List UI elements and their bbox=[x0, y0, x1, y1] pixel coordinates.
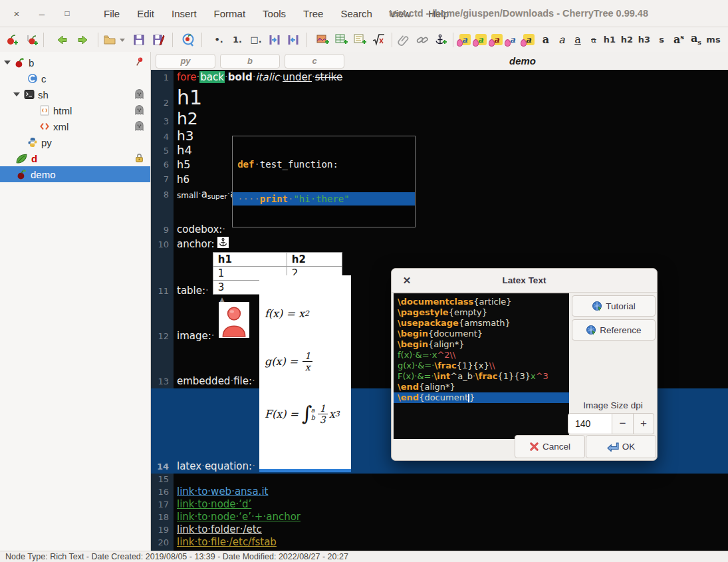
menu-tools[interactable]: Tools bbox=[263, 8, 286, 19]
superscript-icon[interactable]: as bbox=[671, 32, 687, 48]
find-node-icon[interactable] bbox=[180, 32, 196, 48]
monospace-icon[interactable]: ms bbox=[705, 32, 721, 48]
codebox-line-selected: ····print·"hi·there" bbox=[233, 192, 415, 206]
dialog-title-bar[interactable]: Latex Text ✕ bbox=[392, 269, 657, 293]
node-history-bar: py b c demo bbox=[151, 52, 728, 70]
tree-item-d[interactable]: d bbox=[0, 150, 150, 166]
expander-icon[interactable] bbox=[4, 61, 11, 65]
line-number: 18 bbox=[151, 512, 174, 524]
apply-link-icon[interactable]: a bbox=[505, 32, 521, 48]
menu-insert[interactable]: Insert bbox=[172, 8, 197, 19]
line-number: 14 bbox=[151, 462, 174, 474]
insert-table-icon[interactable] bbox=[333, 32, 349, 48]
italic-icon[interactable]: a bbox=[554, 32, 570, 48]
latex-equation-image[interactable]: f(x) = x2 g(x) = 1x F(x) = ∫ab13x3 bbox=[259, 275, 351, 472]
dpi-value-field[interactable]: 140 bbox=[568, 413, 612, 434]
ghost-icon bbox=[134, 104, 145, 116]
web-link[interactable]: link·to·web·ansa.it bbox=[177, 486, 268, 497]
window-minimize-icon[interactable]: – bbox=[33, 8, 51, 19]
menu-search[interactable]: Search bbox=[340, 8, 372, 19]
recent-node-button-c[interactable]: c bbox=[285, 54, 344, 69]
pin-icon bbox=[134, 57, 145, 68]
go-forward-icon[interactable] bbox=[75, 32, 91, 48]
subscript-icon[interactable]: as bbox=[688, 32, 704, 48]
menu-tree[interactable]: Tree bbox=[303, 8, 323, 19]
h2-icon[interactable]: h2 bbox=[619, 32, 635, 48]
numbered-list-icon[interactable]: 1. bbox=[229, 32, 245, 48]
todo-list-icon[interactable]: □. bbox=[248, 32, 264, 48]
window-maximize-icon[interactable]: □ bbox=[59, 9, 76, 18]
heading-h2: h2 bbox=[174, 110, 198, 129]
insert-anchor-icon[interactable] bbox=[433, 32, 449, 48]
html-file-icon bbox=[39, 105, 50, 116]
indent-right-icon[interactable] bbox=[267, 32, 283, 48]
insert-link-icon[interactable] bbox=[414, 32, 430, 48]
background-color-icon[interactable]: a bbox=[473, 32, 489, 48]
tree-item-label: html bbox=[53, 105, 72, 116]
line-number: 19 bbox=[151, 525, 174, 537]
latex-source-editor[interactable]: \documentclass{article} \pagestyle{empty… bbox=[394, 293, 569, 439]
window-title: test.ctd - /home/giuspen/Downloads - Che… bbox=[389, 0, 648, 27]
anchor-icon[interactable] bbox=[217, 237, 229, 248]
tree-item-html[interactable]: html bbox=[0, 102, 150, 118]
foreground-color-icon[interactable]: a bbox=[457, 32, 473, 48]
insert-codebox-icon[interactable] bbox=[352, 32, 368, 48]
h1-icon[interactable]: h1 bbox=[602, 32, 618, 48]
indent-left-icon[interactable] bbox=[285, 32, 301, 48]
go-back-icon[interactable] bbox=[54, 32, 70, 48]
dpi-decrease-button[interactable]: − bbox=[612, 413, 633, 434]
line-number: 7 bbox=[151, 174, 174, 186]
codebox-line: def·test_function: bbox=[233, 158, 415, 171]
recent-node-button-b[interactable]: b bbox=[220, 54, 280, 69]
add-node-icon[interactable] bbox=[4, 32, 20, 48]
line-number: 12 bbox=[151, 331, 174, 343]
open-file-dropdown-icon[interactable] bbox=[118, 32, 127, 48]
line-number: 11 bbox=[151, 286, 174, 298]
h3-icon[interactable]: h3 bbox=[636, 32, 652, 48]
tree-item-py[interactable]: py bbox=[0, 134, 150, 150]
cherry-node-icon bbox=[14, 57, 25, 69]
save-icon[interactable] bbox=[131, 32, 147, 48]
clear-formatting-icon[interactable]: a bbox=[489, 32, 505, 48]
save-as-icon[interactable] bbox=[151, 32, 167, 48]
line-number: 3 bbox=[151, 116, 174, 128]
menu-format[interactable]: Format bbox=[214, 8, 246, 19]
tree-item-c[interactable]: c bbox=[0, 70, 150, 86]
latest-style-icon[interactable]: a bbox=[521, 32, 537, 48]
underline-icon[interactable]: a bbox=[570, 32, 586, 48]
return-arrow-icon bbox=[607, 442, 619, 452]
line-number: 1 bbox=[151, 72, 174, 84]
ghost-icon bbox=[134, 88, 145, 100]
line-number: 13 bbox=[151, 376, 174, 388]
menu-file[interactable]: File bbox=[104, 8, 120, 19]
strikethrough-icon[interactable]: a bbox=[586, 32, 602, 48]
menu-edit[interactable]: Edit bbox=[137, 8, 154, 19]
window-close-icon[interactable]: × bbox=[8, 8, 25, 19]
ok-button[interactable]: OK bbox=[586, 435, 656, 458]
small-icon[interactable]: s bbox=[654, 32, 669, 48]
tree-item-xml[interactable]: xml bbox=[0, 118, 150, 134]
tree-item-label: sh bbox=[38, 89, 49, 100]
tree-item-label: d bbox=[31, 153, 37, 164]
insert-image-icon[interactable] bbox=[314, 32, 330, 48]
embed-file-icon[interactable] bbox=[396, 32, 412, 48]
open-file-icon[interactable] bbox=[102, 32, 118, 48]
codebox[interactable]: def·test_function: ····print·"hi·there" bbox=[232, 136, 416, 227]
recent-node-button-py[interactable]: py bbox=[156, 54, 215, 69]
tree-item-demo[interactable]: demo bbox=[0, 166, 150, 182]
file-link[interactable]: link·to·file·/etc/fstab bbox=[177, 536, 277, 548]
tree-item-sh[interactable]: sh bbox=[0, 86, 150, 102]
bullet-list-icon[interactable]: •. bbox=[211, 32, 227, 48]
folder-link[interactable]: link·to·folder·/etc bbox=[177, 523, 262, 535]
tutorial-button[interactable]: Tutorial bbox=[572, 295, 656, 317]
dpi-increase-button[interactable]: + bbox=[634, 413, 654, 434]
bold-icon[interactable]: a bbox=[538, 32, 554, 48]
add-subnode-icon[interactable] bbox=[24, 32, 40, 48]
node-link[interactable]: link·to·node·‘d’ bbox=[177, 498, 251, 510]
reference-button[interactable]: Reference bbox=[572, 319, 656, 341]
insert-math-icon[interactable] bbox=[370, 32, 386, 48]
node-anchor-link[interactable]: link·to·node·‘e’·+·anchor bbox=[177, 511, 301, 523]
cancel-button[interactable]: Cancel bbox=[515, 435, 585, 458]
tree-item-b[interactable]: b bbox=[0, 55, 150, 70]
expander-icon[interactable] bbox=[13, 92, 20, 96]
